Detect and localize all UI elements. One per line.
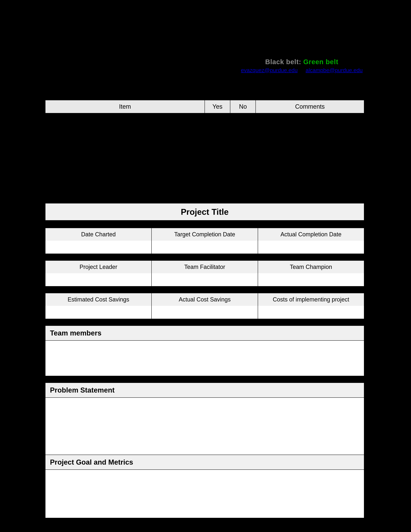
problem-statement-body[interactable]	[45, 398, 364, 462]
table-row	[45, 113, 364, 119]
belt-label: Black belt: Green belt	[238, 58, 366, 66]
team-facilitator-value[interactable]	[152, 273, 258, 286]
project-goal-section: Project Goal and Metrics	[45, 455, 364, 518]
project-goal-body[interactable]	[45, 470, 364, 518]
checklist-section: Item Yes No Comments	[45, 100, 364, 132]
black-belt-label: Black belt:	[265, 58, 301, 66]
checklist-comments-cell	[256, 113, 364, 119]
project-form: Project Title Date Charted Target Comple…	[45, 203, 364, 462]
date-charted-header: Date Charted	[46, 228, 152, 241]
implementing-cost-header: Costs of implementing project	[258, 293, 364, 306]
checklist-item-cell	[45, 113, 205, 119]
team-members-header: Team members	[45, 325, 364, 341]
email2-link[interactable]: alcampbe@purdue.edu	[306, 67, 363, 73]
date-data-row	[45, 241, 364, 254]
costs-data-row	[45, 306, 364, 319]
roles-headers-row: Project Leader Team Facilitator Team Cha…	[45, 260, 364, 273]
date-headers-row: Date Charted Target Completion Date Actu…	[45, 228, 364, 241]
date-charted-value[interactable]	[46, 241, 152, 254]
actual-completion-header: Actual Completion Date	[258, 228, 364, 241]
project-goal-header: Project Goal and Metrics	[45, 455, 364, 470]
costs-headers-row: Estimated Cost Savings Actual Cost Savin…	[45, 293, 364, 306]
checklist-table: Item Yes No Comments	[45, 100, 364, 119]
project-title-bar: Project Title	[45, 203, 364, 220]
team-champion-value[interactable]	[258, 273, 364, 286]
target-completion-header: Target Completion Date	[152, 228, 258, 241]
roles-data-row	[45, 273, 364, 286]
estimated-cost-value[interactable]	[46, 306, 152, 319]
checklist-no-cell	[230, 113, 256, 119]
actual-cost-header: Actual Cost Savings	[152, 293, 258, 306]
belt-info-section: Black belt: Green belt evazquez@purdue.e…	[238, 58, 366, 73]
checklist-header-item: Item	[45, 100, 205, 113]
project-leader-value[interactable]	[46, 273, 152, 286]
checklist-header-no: No	[230, 100, 256, 113]
estimated-cost-header: Estimated Cost Savings	[46, 293, 152, 306]
team-champion-header: Team Champion	[258, 261, 364, 273]
belt-emails: evazquez@purdue.edu alcampbe@purdue.edu	[238, 67, 366, 73]
implementing-cost-value[interactable]	[258, 306, 364, 319]
problem-statement-section: Problem Statement	[45, 382, 364, 462]
team-members-section: Team members	[45, 325, 364, 376]
project-leader-header: Project Leader	[46, 261, 152, 273]
team-facilitator-header: Team Facilitator	[152, 261, 258, 273]
actual-completion-value[interactable]	[258, 241, 364, 254]
green-belt-label: Green belt	[303, 58, 338, 66]
checklist-yes-cell	[205, 113, 230, 119]
actual-cost-value[interactable]	[152, 306, 258, 319]
problem-statement-header: Problem Statement	[45, 382, 364, 398]
target-completion-value[interactable]	[152, 241, 258, 254]
checklist-header-comments: Comments	[256, 100, 364, 113]
email1-link[interactable]: evazquez@purdue.edu	[241, 67, 298, 73]
team-members-body[interactable]	[45, 341, 364, 376]
checklist-header-yes: Yes	[205, 100, 230, 113]
